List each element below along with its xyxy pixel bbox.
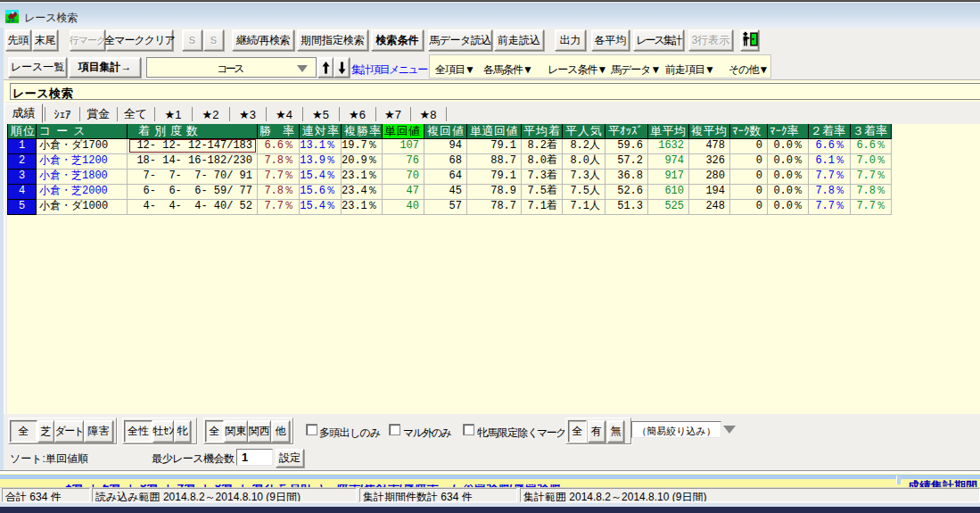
svg-text:JV: JV bbox=[7, 17, 15, 23]
